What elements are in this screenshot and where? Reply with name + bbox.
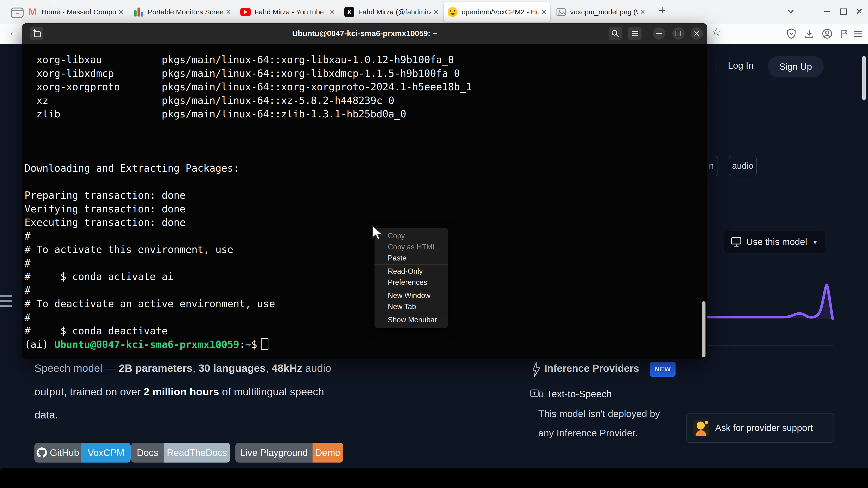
tab-massed-compute[interactable]: M Home - Massed Compute ×: [24, 2, 127, 22]
ask-provider-label: Ask for provider support: [715, 423, 813, 433]
sidebar-flag-icon[interactable]: [838, 28, 850, 40]
playground-badge-left[interactable]: Live Playground: [236, 443, 312, 462]
login-link[interactable]: Log In: [728, 60, 753, 71]
menu-item-read-only[interactable]: Read-Only: [375, 266, 448, 277]
monitor-icon: [731, 237, 742, 247]
section-divider: [708, 345, 833, 346]
page-scrollbar[interactable]: [862, 56, 866, 100]
header-separator: [717, 59, 717, 74]
window-maximize-icon[interactable]: [840, 6, 847, 15]
menu-item-copy-as-html[interactable]: Copy as HTML: [375, 241, 448, 253]
terminal-maximize-button[interactable]: [672, 27, 684, 40]
window-close-icon[interactable]: [855, 6, 863, 17]
terminal-window[interactable]: Ubuntu@0047-kci-sma6-prxmx10059: ~ xorg-…: [22, 23, 707, 359]
person-raising-hand-icon: [693, 420, 709, 436]
tab-close-icon[interactable]: ×: [226, 7, 231, 17]
browser-menu-chevron-icon[interactable]: [787, 6, 795, 17]
browser-menu-icon[interactable]: [854, 30, 862, 38]
tab-voxcpm-model-png[interactable]: voxcpm_model.png (WE ×: [552, 2, 649, 22]
model-description-line3: data.: [34, 409, 58, 421]
terminal-prompt: (ai) Ubuntu@0047-kci-sma6-prxmx10059:~$: [25, 338, 707, 352]
lightning-icon: [531, 362, 541, 377]
downloads-sparkline: [707, 278, 839, 329]
docs-badge-left[interactable]: Docs: [131, 443, 164, 462]
terminal-title: Ubuntu@0047-kci-sma6-prxmx10059: ~: [22, 23, 707, 44]
model-description-line2: output, trained on over 2 million hours …: [34, 386, 324, 398]
terminal-minimize-button[interactable]: [653, 27, 665, 40]
use-model-label: Use this model: [746, 237, 807, 247]
sidebar-toggle-icon[interactable]: [0, 295, 12, 310]
tab-overview-icon[interactable]: [10, 6, 24, 19]
playground-badge-right[interactable]: Demo: [312, 443, 343, 462]
tab-close-icon[interactable]: ×: [541, 7, 547, 17]
account-icon[interactable]: [821, 28, 833, 40]
terminal-close-button[interactable]: [691, 27, 703, 40]
menu-item-new-window[interactable]: New Window: [375, 290, 448, 301]
terminal-output[interactable]: xorg-libxau pkgs/main/linux-64::xorg-lib…: [22, 44, 707, 359]
terminal-titlebar[interactable]: Ubuntu@0047-kci-sma6-prxmx10059: ~: [22, 23, 707, 44]
bottom-bar: [0, 468, 868, 488]
prompt-user-host: Ubuntu@0047-kci-sma6-prxmx10059: [54, 339, 239, 350]
tab-close-icon[interactable]: ×: [434, 7, 438, 17]
terminal-search-icon[interactable]: [609, 27, 622, 40]
x-favicon: X: [344, 7, 354, 17]
menu-item-new-tab[interactable]: New Tab: [375, 301, 448, 312]
massed-compute-favicon: M: [27, 7, 38, 17]
signup-button[interactable]: Sign Up: [768, 56, 824, 77]
header-divider: [707, 86, 868, 86]
tag-audio[interactable]: audio: [729, 156, 757, 176]
image-file-favicon: [556, 7, 566, 17]
model-description-line1: Speech model — 2B parameters, 30 languag…: [34, 362, 331, 375]
tab-x-profile[interactable]: X Fahd Mirza (@fahdmirza ×: [340, 2, 442, 22]
screen: Log In Sign Up n audio Use this model ▾ …: [0, 0, 868, 488]
mouse-cursor: [369, 224, 386, 241]
tab-close-icon[interactable]: ×: [330, 7, 335, 17]
tab-portable-monitors[interactable]: Portable Monitors Scree ×: [130, 2, 235, 22]
github-badge-left[interactable]: GitHub: [34, 443, 81, 462]
terminal-cursor: [261, 338, 269, 350]
tab-close-icon[interactable]: ×: [119, 7, 124, 17]
menu-item-paste[interactable]: Paste: [375, 253, 448, 264]
menu-item-show-menubar[interactable]: Show Menubar: [375, 314, 448, 325]
huggingface-favicon: [447, 7, 458, 17]
terminal-text: xorg-libxau pkgs/main/linux-64::xorg-lib…: [25, 53, 707, 338]
task-label[interactable]: Text-to-Speech: [547, 389, 612, 399]
text-to-speech-icon: [530, 388, 544, 401]
tab-youtube[interactable]: Fahd Mirza - YouTube ×: [237, 2, 338, 22]
tab-voxcpm-huggingface[interactable]: openbmb/VoxCPM2 - Hu ×: [444, 2, 550, 22]
browser-tab-bar: M Home - Massed Compute × Portable Monit…: [0, 0, 868, 24]
download-icon[interactable]: [803, 28, 815, 40]
github-icon: [36, 448, 47, 458]
inference-providers-title: Inference Providers: [545, 363, 639, 374]
new-tab-button[interactable]: +: [658, 3, 665, 18]
youtube-favicon: [240, 7, 251, 17]
back-button[interactable]: ←: [8, 26, 20, 38]
tab-close-icon[interactable]: ×: [640, 7, 645, 17]
bookmark-star-icon[interactable]: ☆: [711, 26, 721, 38]
use-this-model-button[interactable]: Use this model ▾: [724, 231, 825, 253]
menu-separator: [375, 264, 448, 265]
new-badge: NEW: [650, 362, 676, 377]
prompt-directory: ~: [245, 339, 251, 350]
terminal-scrollbar-thumb[interactable]: [702, 301, 706, 357]
window-minimize-icon[interactable]: [824, 6, 830, 12]
github-badge-right[interactable]: VoxCPM: [81, 443, 131, 462]
terminal-menu-icon[interactable]: [628, 27, 642, 40]
chevron-down-icon: ▾: [813, 238, 817, 246]
menu-item-preferences[interactable]: Preferences: [375, 277, 448, 288]
portable-monitors-favicon: [133, 7, 144, 17]
terminal-context-menu: Copy Copy as HTML Paste Read-Only Prefer…: [374, 228, 448, 328]
not-deployed-note-line2: any Inference Provider.: [538, 428, 638, 439]
ask-provider-support-button[interactable]: Ask for provider support: [686, 413, 834, 443]
not-deployed-note-line1: This model isn't deployed by: [538, 408, 660, 419]
shield-icon[interactable]: [785, 28, 797, 40]
docs-badge-right[interactable]: ReadTheDocs: [164, 443, 230, 462]
